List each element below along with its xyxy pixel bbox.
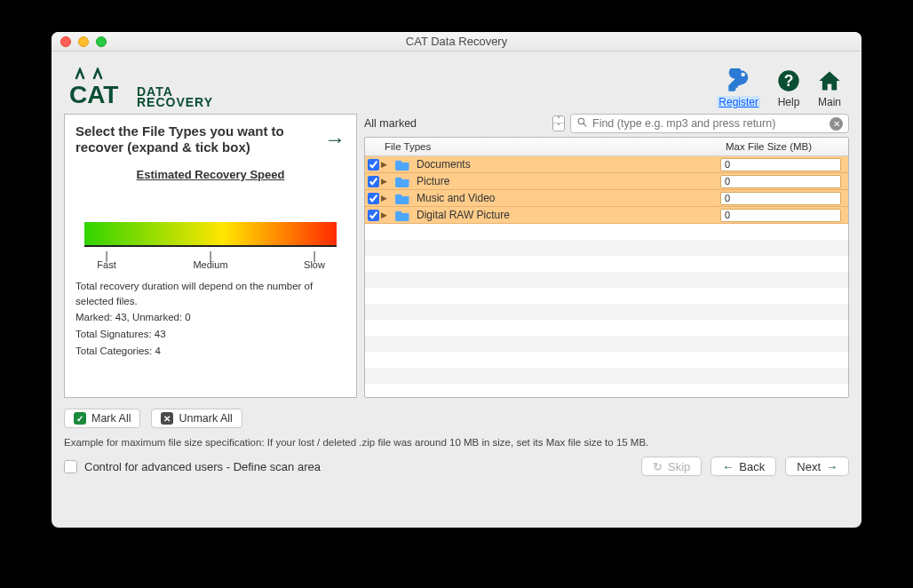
- folder-icon: [395, 158, 415, 171]
- row-name: Digital RAW Picture: [415, 209, 720, 221]
- register-label: Register: [717, 96, 760, 108]
- help-label: Help: [778, 96, 800, 108]
- clear-search-icon[interactable]: ✕: [830, 117, 843, 131]
- cat-logo-icon: CAT: [69, 68, 133, 108]
- bottom-row: Control for advanced users - Define scan…: [64, 457, 849, 483]
- marked-count: Marked: 43, Unmarked: 0: [75, 310, 345, 325]
- advanced-control[interactable]: Control for advanced users - Define scan…: [64, 460, 321, 473]
- register-button[interactable]: Register: [717, 68, 760, 108]
- back-button[interactable]: ← Back: [711, 457, 776, 476]
- table-row[interactable]: ▶Digital RAW Picture0: [365, 207, 848, 224]
- arrow-right-icon: →: [324, 127, 345, 152]
- advanced-label: Control for advanced users - Define scan…: [84, 460, 321, 473]
- unmark-all-button[interactable]: ✕ Unmark All: [151, 409, 242, 428]
- tick-slow: Slow: [304, 259, 325, 270]
- svg-point-3: [578, 118, 584, 124]
- top-icons: Register ? Help Main: [717, 68, 842, 108]
- speed-gradient-bar: [84, 222, 337, 247]
- speed-ticks: |Fast |Medium |Slow: [84, 252, 337, 270]
- empty-rows: [365, 224, 848, 398]
- advanced-checkbox[interactable]: [64, 460, 77, 473]
- window-title: CAT Data Recovery: [52, 35, 861, 48]
- row-checkbox[interactable]: [368, 176, 379, 187]
- skip-button[interactable]: ↻ Skip: [641, 457, 702, 476]
- unmark-all-label: Unmark All: [179, 412, 232, 425]
- example-text: Example for maximum file size specificat…: [64, 437, 849, 448]
- titlebar: CAT Data Recovery: [52, 32, 861, 52]
- max-size-field[interactable]: 0: [720, 209, 841, 222]
- row-checkbox[interactable]: [368, 193, 379, 204]
- svg-text:?: ?: [784, 72, 794, 90]
- folder-icon: [395, 209, 415, 221]
- categories-count: Total Categories: 4: [75, 344, 345, 359]
- search-icon: [576, 116, 588, 131]
- max-size-field[interactable]: 0: [720, 158, 841, 171]
- mark-all-button[interactable]: ✓ Mark All: [64, 409, 140, 428]
- disclosure-triangle-icon[interactable]: ▶: [381, 177, 395, 186]
- logo-text: DATA RECOVERY: [137, 86, 213, 108]
- table-row[interactable]: ▶Music and Video0: [365, 190, 848, 207]
- top-bar: CAT DATA RECOVERY Register ?: [64, 60, 849, 108]
- back-arrow-icon: ←: [722, 460, 734, 473]
- row-name: Music and Video: [415, 192, 720, 204]
- max-size-field[interactable]: 0: [720, 175, 841, 188]
- left-panel: Select the File Types you want to recove…: [64, 114, 357, 398]
- row-name: Documents: [415, 158, 720, 171]
- mid-row: Select the File Types you want to recove…: [64, 114, 849, 398]
- tick-medium: Medium: [193, 259, 227, 270]
- disclosure-triangle-icon[interactable]: ▶: [381, 160, 395, 169]
- col-file-types[interactable]: File Types: [365, 141, 722, 152]
- disclosure-triangle-icon[interactable]: ▶: [381, 194, 395, 203]
- x-icon: ✕: [161, 412, 173, 425]
- stepper-control[interactable]: ˄ ˅: [552, 115, 565, 131]
- app-window: CAT Data Recovery CAT DATA RECOVERY: [52, 32, 861, 528]
- right-top-bar: All marked ˄ ˅ ✕: [364, 114, 849, 133]
- skip-label: Skip: [668, 460, 690, 473]
- key-icon: [726, 68, 751, 96]
- search-box[interactable]: ✕: [570, 114, 849, 133]
- row-checkbox[interactable]: [368, 159, 379, 171]
- svg-text:CAT: CAT: [69, 81, 118, 108]
- duration-note: Total recovery duration will depend on t…: [75, 279, 345, 308]
- next-label: Next: [797, 460, 821, 473]
- search-input[interactable]: [592, 117, 825, 130]
- check-icon: ✓: [74, 412, 86, 425]
- all-marked-selector[interactable]: All marked ˄ ˅: [364, 115, 565, 131]
- col-max-size[interactable]: Max File Size (MB): [722, 141, 848, 152]
- back-label: Back: [739, 460, 765, 473]
- all-marked-label: All marked: [364, 117, 549, 130]
- folder-icon: [395, 192, 415, 204]
- tick-fast: Fast: [97, 259, 115, 270]
- svg-line-4: [584, 123, 586, 126]
- mark-buttons-row: ✓ Mark All ✕ Unmark All: [64, 409, 849, 428]
- table-row[interactable]: ▶Picture0: [365, 173, 848, 190]
- next-arrow-icon: →: [826, 460, 838, 473]
- table-body: ▶Documents0▶Picture0▶Music and Video0▶Di…: [365, 156, 848, 224]
- app-logo: CAT DATA RECOVERY: [69, 60, 213, 108]
- next-button[interactable]: Next →: [785, 457, 849, 476]
- folder-icon: [395, 175, 415, 187]
- table-header: File Types Max File Size (MB): [365, 138, 848, 156]
- left-panel-title: Select the File Types you want to recove…: [75, 123, 306, 155]
- stepper-down-icon[interactable]: ˅: [553, 123, 564, 131]
- right-column: All marked ˄ ˅ ✕: [364, 114, 849, 398]
- nav-buttons: ↻ Skip ← Back Next →: [641, 457, 849, 476]
- estimated-recovery-speed-label: Estimated Recovery Speed: [75, 168, 345, 181]
- disclosure-triangle-icon[interactable]: ▶: [381, 211, 395, 219]
- skip-arrow-icon: ↻: [653, 460, 663, 473]
- left-panel-info: Total recovery duration will depend on t…: [75, 279, 345, 358]
- help-icon: ?: [776, 68, 801, 96]
- main-label: Main: [818, 96, 841, 108]
- max-size-field[interactable]: 0: [720, 192, 841, 205]
- signatures-count: Total Signatures: 43: [75, 327, 345, 342]
- main-button[interactable]: Main: [817, 68, 842, 108]
- row-name: Picture: [415, 175, 720, 187]
- row-checkbox[interactable]: [368, 210, 379, 221]
- file-types-table: File Types Max File Size (MB) ▶Documents…: [364, 137, 849, 398]
- mark-all-label: Mark All: [91, 412, 131, 425]
- table-row[interactable]: ▶Documents0: [365, 156, 848, 173]
- help-button[interactable]: ? Help: [776, 68, 801, 108]
- content-area: CAT DATA RECOVERY Register ?: [52, 52, 861, 528]
- home-icon: [817, 68, 842, 96]
